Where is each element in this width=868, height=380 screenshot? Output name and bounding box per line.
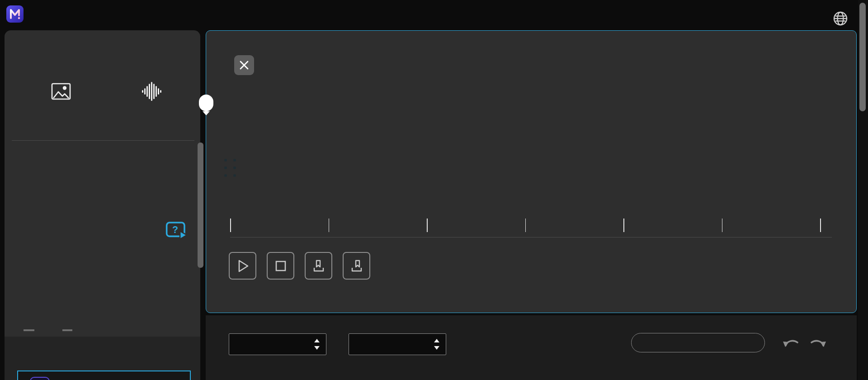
globe-icon: [832, 10, 849, 27]
start-time-input[interactable]: [229, 333, 326, 355]
ruler-baseline: [230, 237, 832, 238]
promo-panel: [5, 337, 200, 380]
tooltip-arrow: [203, 111, 210, 115]
mark-start-button[interactable]: [305, 252, 332, 280]
clipped-menu-item: [62, 329, 72, 331]
end-decrement-button[interactable]: [433, 345, 440, 351]
sidebar: ?: [5, 30, 200, 380]
myedit-logo-icon: [6, 5, 24, 23]
waveform-area[interactable]: [230, 117, 832, 218]
transport-controls: [229, 252, 370, 280]
start-increment-button[interactable]: [313, 338, 321, 343]
waveform-selected: [230, 117, 832, 218]
play-icon: [235, 258, 250, 274]
undo-icon: [782, 336, 800, 349]
mark-end-icon: [349, 258, 364, 274]
active-item-indicator: [10, 211, 14, 245]
trim-handle-end[interactable]: [230, 117, 239, 218]
mark-start-icon: [311, 258, 326, 274]
trim-handle-start[interactable]: [221, 117, 230, 218]
waveform-selected-clip: [230, 117, 832, 218]
sidebar-scrollbar-thumb[interactable]: [198, 142, 203, 268]
end-time-input[interactable]: [349, 333, 446, 355]
close-icon: [239, 60, 249, 70]
editor-panel: [206, 30, 857, 313]
handle-grip-dots: [224, 159, 227, 177]
trim-controls-section: [206, 315, 857, 380]
clipped-menu-item: [24, 329, 34, 331]
apply-button[interactable]: [631, 333, 765, 352]
page-scrollbar-track[interactable]: [858, 0, 868, 380]
close-file-button[interactable]: [234, 55, 254, 75]
language-globe-button[interactable]: [831, 9, 850, 28]
audio-waveform-icon: [141, 81, 162, 102]
tab-audio[interactable]: [115, 81, 188, 110]
audiodirector-app-icon: [30, 377, 50, 380]
start-decrement-button[interactable]: [313, 345, 321, 351]
tutorial-help-icon[interactable]: ?: [165, 220, 188, 240]
image-icon: [51, 81, 71, 102]
redo-button[interactable]: [809, 336, 827, 351]
top-bar: [0, 0, 868, 28]
selection-end-tooltip: [199, 95, 213, 111]
stop-button[interactable]: [267, 252, 294, 280]
sidebar-divider: [12, 140, 194, 141]
time-ruler: [230, 218, 832, 238]
redo-icon: [809, 336, 827, 349]
undo-button[interactable]: [782, 336, 800, 351]
handle-grip-dots: [233, 159, 236, 177]
mark-end-button[interactable]: [343, 252, 370, 280]
page-scrollbar-thumb[interactable]: [859, 3, 866, 111]
svg-text:?: ?: [172, 224, 178, 235]
end-increment-button[interactable]: [433, 338, 440, 343]
stop-icon: [273, 258, 288, 274]
audiodirector-button[interactable]: [17, 370, 191, 380]
play-button[interactable]: [229, 252, 256, 280]
tab-image[interactable]: [25, 81, 97, 110]
